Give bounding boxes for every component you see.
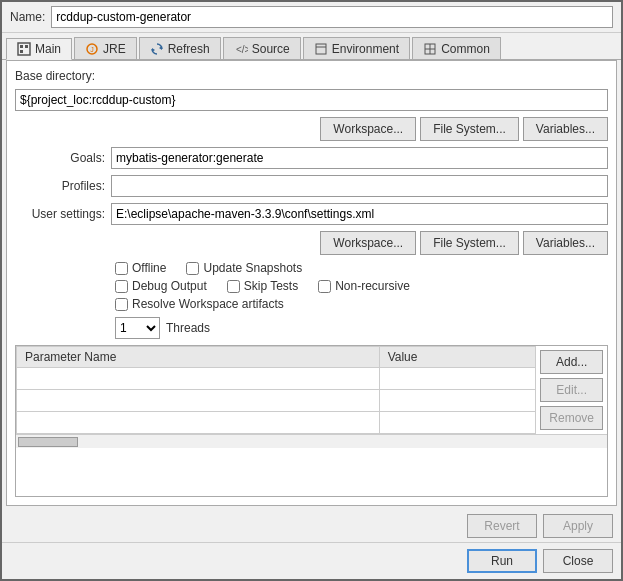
svg-marker-6 bbox=[159, 46, 162, 50]
tab-common-label: Common bbox=[441, 42, 490, 56]
resolve-workspace-label: Resolve Workspace artifacts bbox=[132, 297, 284, 311]
content-area: Base directory: Workspace... File System… bbox=[6, 60, 617, 506]
svg-rect-2 bbox=[20, 50, 23, 53]
common-icon bbox=[423, 42, 437, 56]
threads-select[interactable]: 1 2 4 bbox=[115, 317, 160, 339]
update-snapshots-checkbox-item[interactable]: Update Snapshots bbox=[186, 261, 302, 275]
svg-rect-3 bbox=[25, 45, 28, 48]
checkbox-row-2: Debug Output Skip Tests Non-recursive bbox=[115, 279, 608, 293]
goals-label: Goals: bbox=[15, 151, 105, 165]
tabs-bar: Main J JRE Refresh </> Source bbox=[2, 33, 621, 60]
checkboxes-section: Offline Update Snapshots Debug Output Sk… bbox=[15, 261, 608, 311]
table-row[interactable] bbox=[17, 390, 536, 412]
user-settings-input[interactable] bbox=[111, 203, 608, 225]
jre-icon: J bbox=[85, 42, 99, 56]
svg-rect-0 bbox=[18, 43, 30, 55]
offline-label: Offline bbox=[132, 261, 166, 275]
param-table: Parameter Name Value bbox=[16, 346, 536, 434]
tab-jre-label: JRE bbox=[103, 42, 126, 56]
tab-main[interactable]: Main bbox=[6, 38, 72, 60]
parameter-table-section: Parameter Name Value Add... Edit... bbox=[15, 345, 608, 497]
table-row[interactable] bbox=[17, 368, 536, 390]
workspace-button-2[interactable]: Workspace... bbox=[320, 231, 416, 255]
base-directory-buttons: Workspace... File System... Variables... bbox=[15, 117, 608, 141]
base-directory-label: Base directory: bbox=[15, 69, 608, 83]
offline-checkbox[interactable] bbox=[115, 262, 128, 275]
variables-button-2[interactable]: Variables... bbox=[523, 231, 608, 255]
environment-icon bbox=[314, 42, 328, 56]
non-recursive-label: Non-recursive bbox=[335, 279, 410, 293]
resolve-workspace-checkbox-item[interactable]: Resolve Workspace artifacts bbox=[115, 297, 284, 311]
goals-row: Goals: bbox=[15, 147, 608, 169]
tab-main-label: Main bbox=[35, 42, 61, 56]
dialog: Name: Main J JRE bbox=[0, 0, 623, 581]
debug-output-label: Debug Output bbox=[132, 279, 207, 293]
col-value: Value bbox=[379, 347, 536, 368]
non-recursive-checkbox[interactable] bbox=[318, 280, 331, 293]
checkbox-row-3: Resolve Workspace artifacts bbox=[115, 297, 608, 311]
non-recursive-checkbox-item[interactable]: Non-recursive bbox=[318, 279, 410, 293]
tab-refresh-label: Refresh bbox=[168, 42, 210, 56]
base-directory-group: Base directory: bbox=[15, 69, 608, 111]
tab-environment-label: Environment bbox=[332, 42, 399, 56]
variables-button-1[interactable]: Variables... bbox=[523, 117, 608, 141]
horizontal-scrollbar[interactable] bbox=[16, 434, 607, 448]
svg-rect-1 bbox=[20, 45, 23, 48]
file-system-button-2[interactable]: File System... bbox=[420, 231, 519, 255]
user-settings-label: User settings: bbox=[15, 207, 105, 221]
refresh-icon bbox=[150, 42, 164, 56]
tab-refresh[interactable]: Refresh bbox=[139, 37, 221, 59]
profiles-label: Profiles: bbox=[15, 179, 105, 193]
svg-marker-7 bbox=[152, 48, 155, 52]
svg-text:</>: </> bbox=[236, 44, 248, 55]
resolve-workspace-checkbox[interactable] bbox=[115, 298, 128, 311]
user-settings-row: User settings: bbox=[15, 203, 608, 225]
tab-source[interactable]: </> Source bbox=[223, 37, 301, 59]
debug-output-checkbox-item[interactable]: Debug Output bbox=[115, 279, 207, 293]
name-input[interactable] bbox=[51, 6, 613, 28]
col-param-name: Parameter Name bbox=[17, 347, 380, 368]
action-bar: Revert Apply bbox=[2, 510, 621, 542]
edit-button[interactable]: Edit... bbox=[540, 378, 603, 402]
skip-tests-label: Skip Tests bbox=[244, 279, 298, 293]
svg-text:J: J bbox=[90, 46, 94, 53]
skip-tests-checkbox-item[interactable]: Skip Tests bbox=[227, 279, 298, 293]
run-button[interactable]: Run bbox=[467, 549, 537, 573]
skip-tests-checkbox[interactable] bbox=[227, 280, 240, 293]
offline-checkbox-item[interactable]: Offline bbox=[115, 261, 166, 275]
update-snapshots-label: Update Snapshots bbox=[203, 261, 302, 275]
file-system-button[interactable]: File System... bbox=[420, 117, 519, 141]
tab-common[interactable]: Common bbox=[412, 37, 501, 59]
svg-rect-9 bbox=[316, 44, 326, 54]
title-bar: Name: bbox=[2, 2, 621, 33]
profiles-input[interactable] bbox=[111, 175, 608, 197]
tab-environment[interactable]: Environment bbox=[303, 37, 410, 59]
revert-button[interactable]: Revert bbox=[467, 514, 537, 538]
bottom-bar: Run Close bbox=[2, 542, 621, 579]
name-label: Name: bbox=[10, 10, 45, 24]
main-icon bbox=[17, 42, 31, 56]
hscroll-thumb[interactable] bbox=[18, 437, 78, 447]
table-container: Parameter Name Value Add... Edit... bbox=[16, 346, 607, 434]
update-snapshots-checkbox[interactable] bbox=[186, 262, 199, 275]
table-buttons: Add... Edit... Remove bbox=[536, 346, 607, 434]
workspace-button[interactable]: Workspace... bbox=[320, 117, 416, 141]
tab-jre[interactable]: J JRE bbox=[74, 37, 137, 59]
table-main: Parameter Name Value bbox=[16, 346, 536, 434]
user-settings-buttons: Workspace... File System... Variables... bbox=[15, 231, 608, 255]
close-button[interactable]: Close bbox=[543, 549, 613, 573]
tab-source-label: Source bbox=[252, 42, 290, 56]
add-button[interactable]: Add... bbox=[540, 350, 603, 374]
goals-input[interactable] bbox=[111, 147, 608, 169]
debug-output-checkbox[interactable] bbox=[115, 280, 128, 293]
table-row[interactable] bbox=[17, 412, 536, 434]
threads-label: Threads bbox=[166, 321, 210, 335]
profiles-row: Profiles: bbox=[15, 175, 608, 197]
apply-button[interactable]: Apply bbox=[543, 514, 613, 538]
threads-row: 1 2 4 Threads bbox=[15, 317, 608, 339]
source-icon: </> bbox=[234, 42, 248, 56]
base-directory-input[interactable] bbox=[15, 89, 608, 111]
remove-button[interactable]: Remove bbox=[540, 406, 603, 430]
checkbox-row-1: Offline Update Snapshots bbox=[115, 261, 608, 275]
